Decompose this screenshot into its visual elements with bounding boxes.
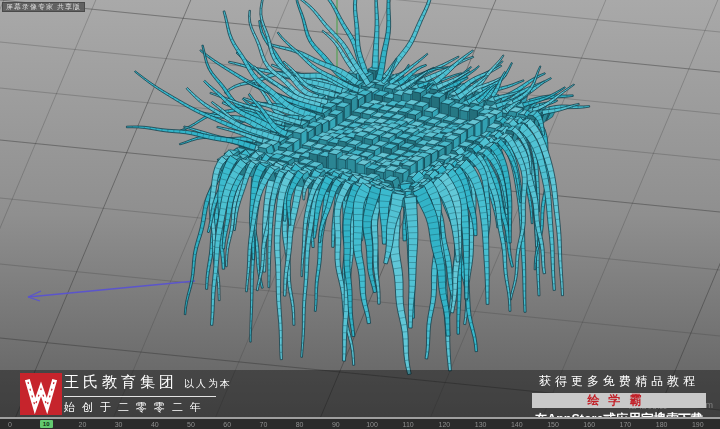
- timeline-ruler[interactable]: 0102030405060708090100110120130140150160…: [0, 417, 720, 429]
- timeline-tick[interactable]: 0: [8, 421, 12, 428]
- timeline-tick[interactable]: 60: [223, 421, 231, 428]
- timeline-playhead[interactable]: 10: [40, 420, 53, 428]
- viewport-3d[interactable]: [0, 0, 720, 429]
- timeline-tick[interactable]: 150: [547, 421, 559, 428]
- wangshi-logo: [20, 373, 62, 415]
- timeline-tick[interactable]: 170: [620, 421, 632, 428]
- timeline-tick[interactable]: 70: [259, 421, 267, 428]
- timeline-tick[interactable]: 140: [511, 421, 523, 428]
- timeline-tick[interactable]: 90: [332, 421, 340, 428]
- watermark-divider: [64, 396, 216, 397]
- timeline-tick[interactable]: 110: [403, 421, 414, 428]
- timeline-tick[interactable]: 80: [296, 421, 304, 428]
- company-watermark: 王氏教育集团 以人为本 始创于二零零二年: [64, 373, 232, 415]
- timeline-tick[interactable]: 50: [187, 421, 195, 428]
- timeline-tick[interactable]: 130: [475, 421, 487, 428]
- company-slogan: 以人为本: [184, 377, 232, 391]
- promo-headline: 获得更多免费精品教程: [532, 373, 706, 390]
- viewport-label: 屏幕录像专家 共享版: [2, 2, 85, 12]
- timeline-tick[interactable]: 160: [583, 421, 595, 428]
- application-window: 屏幕录像专家 共享版 栅格宽度 : 100 cm 王氏教育集团 以人为本 始创于…: [0, 0, 720, 429]
- timeline-tick[interactable]: 40: [151, 421, 159, 428]
- timeline-tick[interactable]: 190: [692, 421, 704, 428]
- timeline-tick[interactable]: 180: [656, 421, 668, 428]
- timeline-tick[interactable]: 120: [439, 421, 451, 428]
- wangshi-logo-icon: [20, 373, 62, 415]
- company-name: 王氏教育集团: [64, 373, 178, 392]
- app-name-bar: 绘学霸: [532, 393, 706, 408]
- watermark-band: 王氏教育集团 以人为本 始创于二零零二年 获得更多免费精品教程 绘学霸 在App…: [0, 370, 720, 417]
- timeline-tick[interactable]: 30: [115, 421, 123, 428]
- company-subtitle: 始创于二零零二年: [64, 400, 232, 415]
- timeline-tick[interactable]: 20: [78, 421, 86, 428]
- timeline-tick[interactable]: 100: [366, 421, 378, 428]
